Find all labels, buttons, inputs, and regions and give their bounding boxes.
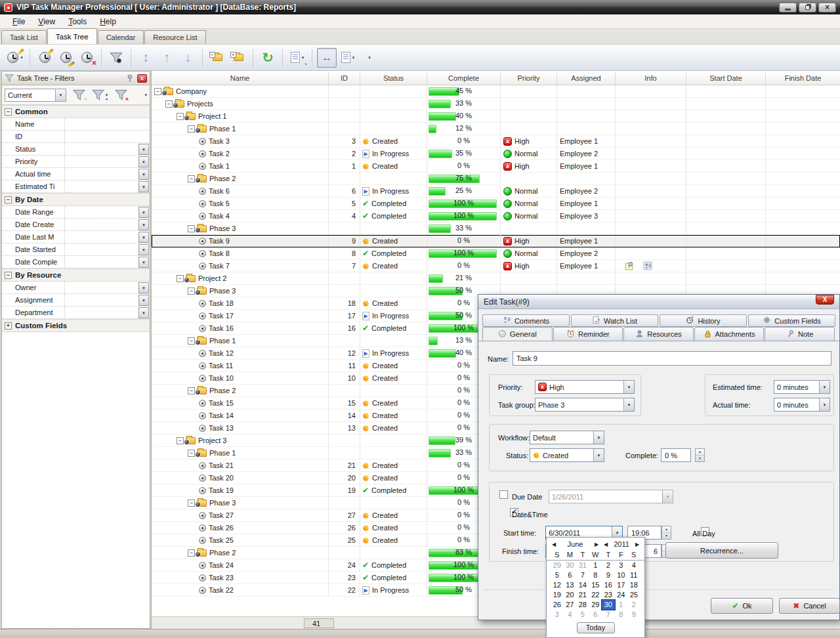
tree-expand-toggle[interactable]: − [177, 437, 184, 444]
filter-value-area[interactable] [65, 282, 138, 293]
task-group-combo[interactable]: Phase 3 ▼ [535, 398, 635, 412]
filter-section-custom-fields[interactable]: +Custom Fields [2, 319, 150, 332]
filter-value-area[interactable] [65, 219, 138, 230]
workflow-combo[interactable]: Default ▼ [530, 431, 604, 444]
calendar-day[interactable]: 31 [576, 561, 589, 570]
toolbar-overflow[interactable]: ▾ [359, 48, 379, 68]
calendar-day[interactable]: 12 [551, 580, 564, 590]
filter-dropdown-button[interactable]: ▼ [138, 156, 149, 167]
filter-value-area[interactable] [65, 168, 138, 180]
filter-value-area[interactable] [65, 244, 138, 255]
workflow-dropdown-button[interactable]: ▼ [593, 431, 604, 444]
tree-expand-toggle[interactable]: − [188, 387, 195, 394]
dialog-tab-custom-fields[interactable]: Custom Fields [748, 314, 835, 327]
calendar-day[interactable]: 24 [615, 590, 628, 600]
due-date-dropdown-button[interactable]: ▼ [662, 490, 673, 503]
table-row[interactable]: Task 66▶In Progress25 %NormalEmployee 2 [152, 185, 840, 198]
calendar-day[interactable]: 8 [589, 570, 602, 580]
filter-value-area[interactable] [65, 307, 138, 318]
calendar-day[interactable]: 30 [564, 561, 577, 570]
estimated-time-dropdown-button[interactable]: ▼ [819, 381, 830, 393]
complete-spinner[interactable]: ▲▼ [695, 448, 705, 462]
estimated-time-combo[interactable]: 0 minutes ▼ [774, 380, 830, 394]
dialog-tab-comments[interactable]: Comments [482, 314, 570, 327]
filters-close-button[interactable]: x [137, 74, 147, 83]
move-down-button[interactable]: ↓ [178, 48, 198, 68]
calendar-day[interactable]: 19 [551, 590, 564, 600]
filter-section-by-date[interactable]: −By Date [2, 193, 150, 206]
table-row[interactable]: Task 88✔Completed100 %NormalEmployee 2 [152, 247, 840, 260]
filter-dropdown-button[interactable]: ▼ [138, 232, 149, 243]
clear-filter-button[interactable]: × [112, 87, 129, 103]
filter-value-area[interactable] [65, 143, 138, 155]
dialog-tab-general[interactable]: General [482, 327, 553, 341]
filter-preset-dropdown-button[interactable]: ▼ [55, 89, 66, 101]
tree-expand-toggle[interactable]: − [188, 450, 195, 457]
status-dropdown-button[interactable]: ▼ [593, 449, 604, 461]
tree-expand-toggle[interactable]: − [165, 100, 173, 108]
status-combo[interactable]: Created ▼ [530, 448, 604, 462]
calendar-day[interactable]: 4 [564, 610, 577, 620]
section-expand-toggle[interactable]: − [5, 196, 12, 203]
section-expand-toggle[interactable]: − [5, 108, 12, 116]
calendar-day[interactable]: 29 [589, 600, 602, 610]
calendar-day[interactable]: 28 [576, 600, 589, 610]
column-header-id[interactable]: ID [329, 72, 360, 85]
filter-row-date-comple[interactable]: Date Comple▼ [2, 256, 150, 268]
calendar-day[interactable]: 13 [564, 580, 577, 590]
dialog-close-button[interactable]: X [816, 295, 834, 305]
calendar-day[interactable]: 3 [551, 610, 564, 620]
apply-filter-button[interactable]: ▪ [70, 87, 87, 103]
filter-row-date-started[interactable]: Date Started▼ [2, 244, 150, 256]
recurrence-button[interactable]: Recurrence... [665, 542, 778, 559]
filters-toolbar-overflow[interactable]: ▾ [144, 93, 147, 98]
calendar-day[interactable]: 2 [627, 600, 640, 610]
calendar-day[interactable]: 4 [627, 561, 640, 570]
column-header-start-date[interactable]: Start Date [686, 72, 766, 85]
today-button[interactable]: Today [577, 622, 615, 633]
tree-expand-toggle[interactable]: − [154, 88, 161, 95]
filter-dropdown-button[interactable]: ▼ [138, 144, 149, 155]
calendar-day[interactable]: 14 [576, 580, 589, 590]
filter-row-id[interactable]: ID [2, 131, 150, 143]
calendar-day[interactable]: 30 [602, 600, 615, 610]
filter-row-name[interactable]: Name [2, 118, 150, 131]
create-task-button[interactable] [35, 48, 54, 68]
calendar-day[interactable]: 17 [615, 580, 628, 590]
filter-value-area[interactable] [65, 156, 138, 167]
calendar-day[interactable]: 29 [551, 561, 564, 570]
dropdown-arrow-icon[interactable]: ▾ [20, 55, 23, 60]
calendar-day[interactable]: 9 [627, 610, 640, 620]
dialog-tab-reminder[interactable]: Reminder [553, 327, 623, 341]
filter-row-status[interactable]: Status▼ [2, 143, 150, 156]
filter-dropdown-button[interactable]: ▼ [138, 169, 149, 180]
filter-dropdown-button[interactable]: ▼ [138, 244, 149, 255]
close-button[interactable]: × [818, 3, 836, 12]
table-row[interactable]: Task 22▶In Progress35 %NormalEmployee 2 [152, 148, 840, 160]
filter-value-area[interactable] [65, 231, 138, 243]
filter-section-common[interactable]: −Common [2, 105, 150, 118]
table-row[interactable]: −Phase 333 % [152, 223, 840, 235]
prev-year-arrow[interactable]: ◀ [602, 542, 610, 547]
tree-expand-toggle[interactable]: − [188, 500, 195, 507]
tab-task-list[interactable]: Task List [1, 30, 47, 44]
filter-row-estimated-ti[interactable]: Estimated Ti▼ [2, 181, 150, 193]
calendar-day[interactable]: 3 [615, 561, 628, 570]
save-filter-button[interactable]: ▪ ▾ [91, 87, 108, 103]
filter-dropdown-button[interactable]: ▼ [138, 295, 149, 306]
calendar-day[interactable]: 5 [576, 610, 589, 620]
expand-all-button[interactable]: + [228, 48, 248, 68]
calendar-day[interactable]: 1 [589, 561, 602, 570]
filter-row-priority[interactable]: Priority▼ [2, 156, 150, 168]
table-row[interactable]: −Phase 275 % [152, 173, 840, 185]
calendar-day[interactable]: 27 [564, 600, 577, 610]
column-header-status[interactable]: Status [360, 72, 427, 85]
dropdown-arrow-icon[interactable]: ▾ [352, 55, 355, 60]
next-year-arrow[interactable]: ▶ [633, 542, 641, 547]
calendar-day[interactable]: 7 [602, 610, 615, 620]
tree-expand-toggle[interactable]: − [188, 175, 195, 182]
filter-dropdown-button[interactable]: ▼ [138, 207, 149, 218]
prev-month-arrow[interactable]: ◀ [550, 542, 558, 547]
complete-field[interactable]: 0 % [661, 448, 691, 462]
calendar-day[interactable]: 25 [627, 590, 640, 600]
